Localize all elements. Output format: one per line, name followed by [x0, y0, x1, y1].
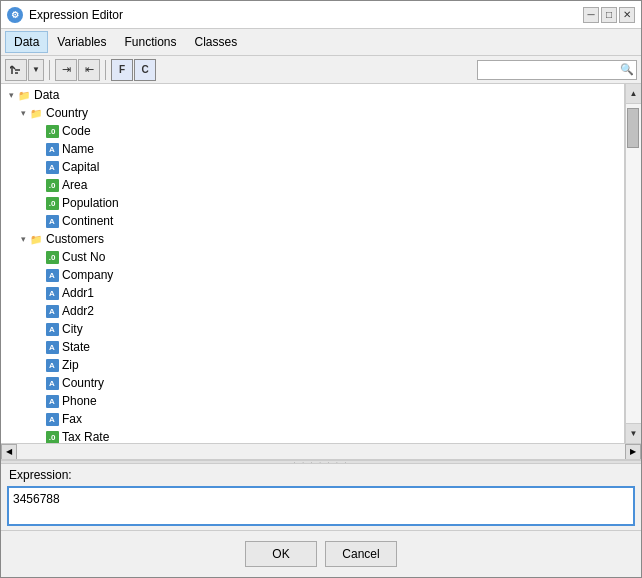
city-node[interactable]: A City: [1, 320, 624, 338]
city-label: City: [62, 322, 83, 336]
addr2-label: Addr2: [62, 304, 94, 318]
capital-spacer: [33, 161, 45, 173]
search-input[interactable]: [478, 64, 618, 76]
area-label: Area: [62, 178, 87, 192]
code-spacer: [33, 125, 45, 137]
population-label: Population: [62, 196, 119, 210]
country-field-icon: A: [45, 376, 59, 390]
addr2-node[interactable]: A Addr2: [1, 302, 624, 320]
country-toggle[interactable]: ▾: [17, 107, 29, 119]
cancel-button[interactable]: Cancel: [325, 541, 397, 567]
scroll-thumb[interactable]: [627, 108, 639, 148]
addr1-spacer: [33, 287, 45, 299]
city-field-icon: A: [45, 322, 59, 336]
code-node[interactable]: .0 Code: [1, 122, 624, 140]
data-section-toggle[interactable]: ▾: [5, 89, 17, 101]
expression-input[interactable]: 3456788: [7, 486, 635, 526]
toolbar-separator-1: [49, 60, 50, 80]
flag-f-button[interactable]: F: [111, 59, 133, 81]
tax-rate-spacer: [33, 431, 45, 443]
flag-c-button[interactable]: C: [134, 59, 156, 81]
area-field-icon: .0: [45, 178, 59, 192]
country-folder-node[interactable]: ▾ 📁 Country: [1, 104, 624, 122]
company-label: Company: [62, 268, 113, 282]
addr1-node[interactable]: A Addr1: [1, 284, 624, 302]
phone-node[interactable]: A Phone: [1, 392, 624, 410]
scroll-down-button[interactable]: ▼: [626, 423, 641, 443]
addr2-spacer: [33, 305, 45, 317]
capital-node[interactable]: A Capital: [1, 158, 624, 176]
zip-label: Zip: [62, 358, 79, 372]
sort-dropdown-button[interactable]: ▼: [28, 59, 44, 81]
name-spacer: [33, 143, 45, 155]
fax-label: Fax: [62, 412, 82, 426]
area-node[interactable]: .0 Area: [1, 176, 624, 194]
scroll-up-button[interactable]: ▲: [626, 84, 641, 104]
title-controls: ─ □ ✕: [583, 7, 635, 23]
code-label: Code: [62, 124, 91, 138]
scroll-left-button[interactable]: ◀: [1, 444, 17, 460]
company-spacer: [33, 269, 45, 281]
expression-label: Expression:: [1, 464, 641, 484]
customers-folder-label: Customers: [46, 232, 104, 246]
code-field-icon: .0: [45, 124, 59, 138]
customers-folder-node[interactable]: ▾ 📁 Customers: [1, 230, 624, 248]
cust-no-node[interactable]: .0 Cust No: [1, 248, 624, 266]
country-node[interactable]: A Country: [1, 374, 624, 392]
cust-no-label: Cust No: [62, 250, 105, 264]
addr1-label: Addr1: [62, 286, 94, 300]
outdent-button[interactable]: ⇤: [78, 59, 100, 81]
phone-spacer: [33, 395, 45, 407]
addr2-field-icon: A: [45, 304, 59, 318]
menu-bar: Data Variables Functions Classes: [1, 29, 641, 56]
state-node[interactable]: A State: [1, 338, 624, 356]
search-icon[interactable]: 🔍: [618, 61, 636, 79]
name-node[interactable]: A Name: [1, 140, 624, 158]
toolbar-separator-2: [105, 60, 106, 80]
population-field-icon: .0: [45, 196, 59, 210]
close-button[interactable]: ✕: [619, 7, 635, 23]
ok-button[interactable]: OK: [245, 541, 317, 567]
expression-value: 3456788: [13, 492, 60, 506]
menu-data[interactable]: Data: [5, 31, 48, 53]
content-area: ▾ 📁 Data ▾ 📁 Country .0 Code A: [1, 84, 641, 443]
indent-button[interactable]: ⇥: [55, 59, 77, 81]
tax-rate-field-icon: .0: [45, 430, 59, 443]
population-node[interactable]: .0 Population: [1, 194, 624, 212]
cust-no-spacer: [33, 251, 45, 263]
continent-label: Continent: [62, 214, 113, 228]
continent-spacer: [33, 215, 45, 227]
country-folder-icon: 📁: [29, 106, 43, 120]
sort-asc-button[interactable]: [5, 59, 27, 81]
menu-variables[interactable]: Variables: [48, 31, 115, 53]
data-section-label: Data: [34, 88, 59, 102]
tax-rate-node[interactable]: .0 Tax Rate: [1, 428, 624, 443]
toolbar-group-indent: ⇥ ⇤: [55, 59, 100, 81]
fax-spacer: [33, 413, 45, 425]
zip-node[interactable]: A Zip: [1, 356, 624, 374]
scroll-right-button[interactable]: ▶: [625, 444, 641, 460]
toolbar: ▼ ⇥ ⇤ F C 🔍: [1, 56, 641, 84]
continent-field-icon: A: [45, 214, 59, 228]
continent-node[interactable]: A Continent: [1, 212, 624, 230]
company-node[interactable]: A Company: [1, 266, 624, 284]
name-label: Name: [62, 142, 94, 156]
tax-rate-label: Tax Rate: [62, 430, 109, 443]
menu-functions[interactable]: Functions: [116, 31, 186, 53]
customers-folder-icon: 📁: [29, 232, 43, 246]
bottom-area: · · · · · · · Expression: 3456788: [1, 459, 641, 530]
area-spacer: [33, 179, 45, 191]
customers-toggle[interactable]: ▾: [17, 233, 29, 245]
title-bar-left: ⚙ Expression Editor: [7, 7, 123, 23]
menu-classes[interactable]: Classes: [186, 31, 247, 53]
capital-field-icon: A: [45, 160, 59, 174]
title-bar: ⚙ Expression Editor ─ □ ✕: [1, 1, 641, 29]
fax-node[interactable]: A Fax: [1, 410, 624, 428]
phone-label: Phone: [62, 394, 97, 408]
search-box: 🔍: [477, 60, 637, 80]
state-spacer: [33, 341, 45, 353]
minimize-button[interactable]: ─: [583, 7, 599, 23]
scroll-track: [626, 104, 641, 423]
maximize-button[interactable]: □: [601, 7, 617, 23]
zip-field-icon: A: [45, 358, 59, 372]
